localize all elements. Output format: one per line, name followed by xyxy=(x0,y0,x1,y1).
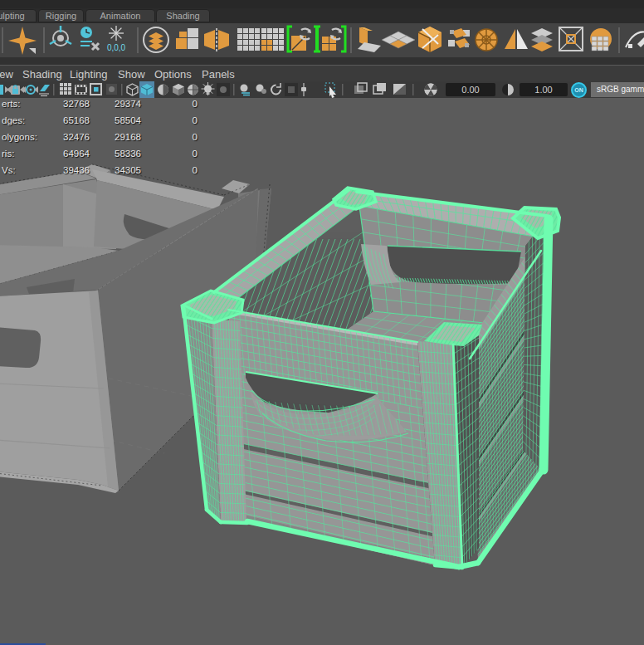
svg-text:0,0,0: 0,0,0 xyxy=(107,43,126,52)
